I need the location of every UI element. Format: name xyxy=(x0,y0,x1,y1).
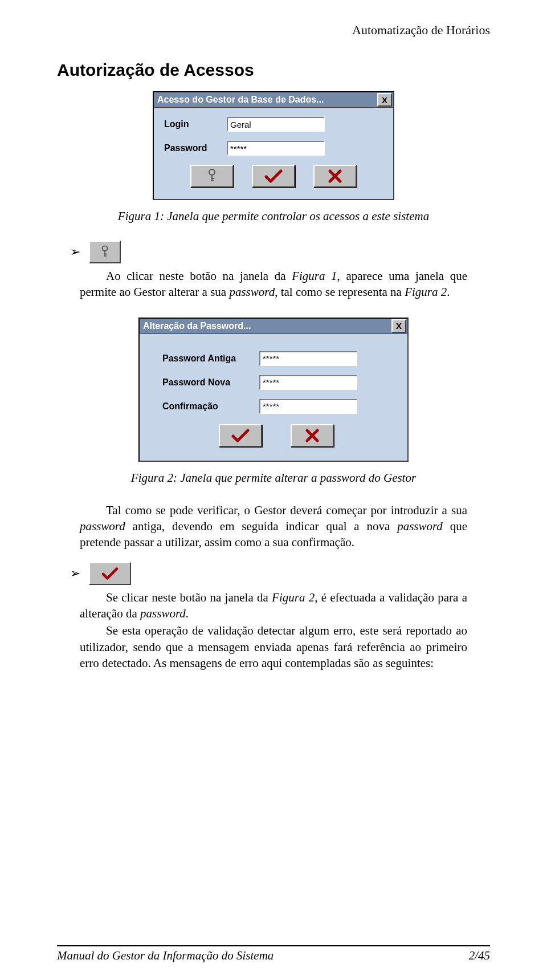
change-password-dialog: Alteração da Password... X Password Anti… xyxy=(138,318,409,462)
svg-rect-7 xyxy=(104,255,107,257)
svg-rect-6 xyxy=(104,254,107,255)
paragraph-key-desc: Ao clicar neste botão na janela da Figur… xyxy=(80,268,467,300)
svg-rect-3 xyxy=(211,180,214,181)
old-password-label: Password Antiga xyxy=(162,353,259,364)
footer-right: 2/45 xyxy=(469,949,490,963)
cancel-button[interactable] xyxy=(313,165,357,188)
confirm-password-label: Confirmação xyxy=(162,401,259,412)
check-icon xyxy=(231,428,250,443)
new-password-label: Password Nova xyxy=(162,377,259,388)
access-dialog: Acesso do Gestor da Base de Dados... X L… xyxy=(153,91,394,200)
bullet-glyph: ➢ xyxy=(68,566,82,581)
figure-2-caption: Figura 2: Janela que permite alterar a p… xyxy=(57,471,490,485)
close-icon[interactable]: X xyxy=(391,319,406,333)
page-footer: Manual do Gestor da Informação do Sistem… xyxy=(57,942,490,963)
login-label: Login xyxy=(164,119,227,129)
confirm-button[interactable] xyxy=(219,424,262,447)
svg-rect-2 xyxy=(211,178,214,179)
paragraph-fig2-desc: Tal como se pode verificar, o Gestor dev… xyxy=(80,502,467,551)
old-password-field[interactable] xyxy=(259,351,357,366)
bullet-glyph: ➢ xyxy=(68,245,82,259)
key-button-inline xyxy=(89,241,121,263)
confirm-password-field[interactable] xyxy=(259,399,357,414)
check-icon xyxy=(264,169,283,184)
bullet-check-item: ➢ xyxy=(68,562,490,585)
cross-icon xyxy=(328,169,342,184)
change-password-titlebar: Alteração da Password... X xyxy=(140,319,407,334)
login-field[interactable] xyxy=(227,117,325,132)
key-button[interactable] xyxy=(190,165,234,188)
access-dialog-title: Acesso do Gestor da Base de Dados... xyxy=(157,95,324,105)
paragraph-check-desc: Se clicar neste botão na janela da Figur… xyxy=(80,589,467,672)
bullet-key-item: ➢ xyxy=(68,241,490,263)
running-header: Automatização de Horários xyxy=(57,23,490,38)
key-icon xyxy=(207,169,217,184)
cross-icon xyxy=(305,428,320,443)
svg-point-0 xyxy=(209,169,215,175)
confirm-button-inline xyxy=(89,562,131,585)
password-label: Password xyxy=(164,143,227,153)
figure-1-caption: Figura 1: Janela que permite controlar o… xyxy=(57,209,490,223)
check-icon xyxy=(101,567,119,580)
key-icon xyxy=(100,245,109,259)
confirm-button[interactable] xyxy=(252,165,295,188)
change-password-title: Alteração da Password... xyxy=(143,321,251,331)
new-password-field[interactable] xyxy=(259,375,357,390)
access-dialog-titlebar: Acesso do Gestor da Base de Dados... X xyxy=(154,92,393,108)
cancel-button[interactable] xyxy=(291,424,334,447)
close-icon[interactable]: X xyxy=(377,93,392,107)
section-heading: Autorização de Acessos xyxy=(57,60,490,80)
password-field[interactable] xyxy=(227,141,325,156)
footer-left: Manual do Gestor da Informação do Sistem… xyxy=(57,949,274,963)
svg-point-4 xyxy=(103,246,108,251)
